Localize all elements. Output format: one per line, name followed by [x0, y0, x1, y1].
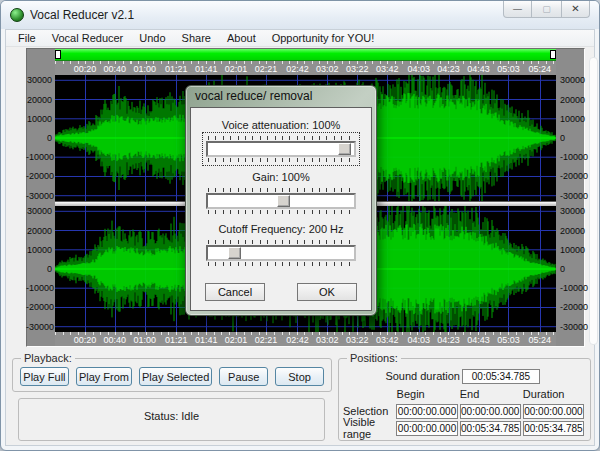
amplitude-tick-label: 10000: [560, 245, 586, 255]
time-tick-label: 02:01: [225, 64, 248, 74]
end-header: End: [460, 388, 523, 400]
positions-headers: BeginEndDuration: [343, 386, 586, 402]
amplitude-tick-label: 10000: [26, 245, 52, 255]
ok-button[interactable]: OK: [297, 283, 357, 301]
menu-item-vocal-reducer[interactable]: Vocal Reducer: [44, 30, 132, 47]
close-button[interactable]: ✕: [561, 1, 590, 18]
stop-button[interactable]: Stop: [275, 367, 324, 386]
cutoff-frequency-thumb[interactable]: [228, 247, 241, 259]
time-tick-label: 02:21: [255, 335, 278, 345]
time-tick-label: 05:24: [529, 335, 552, 345]
amplitude-tick-label: -10000: [560, 283, 586, 293]
amplitude-tick-label: -20000: [560, 171, 586, 181]
minimize-button[interactable]: —: [503, 1, 532, 18]
amplitude-tick-label: -20000: [26, 171, 52, 181]
amplitude-tick-label: 30000: [560, 75, 586, 85]
voice-attenuation-label: Voice attenuation: 100%: [195, 119, 367, 131]
visible-range-label: Visible range: [343, 416, 396, 440]
time-tick-label: 02:21: [255, 64, 278, 74]
window-controls: — ▢ ✕: [503, 1, 590, 18]
amplitude-tick-label: 0: [560, 133, 586, 143]
amplitude-tick-label: -30000: [26, 191, 52, 201]
time-tick-label: 01:21: [165, 64, 188, 74]
time-field: 00:05:34.785: [460, 421, 521, 436]
time-tick-label: 02:42: [286, 335, 309, 345]
time-tick-label: 04:43: [467, 335, 490, 345]
time-tick-label: 00:40: [104, 64, 127, 74]
app-window: Vocal Reducer v2.1 — ▢ ✕ FileVocal Reduc…: [0, 0, 600, 451]
time-tick-label: 03:02: [316, 64, 339, 74]
time-tick-label: 03:22: [346, 335, 369, 345]
cutoff-frequency-track[interactable]: [206, 245, 356, 261]
time-tick-label: 04:23: [437, 64, 460, 74]
vocal-reduce-dialog: vocal reduce/ removal Voice attenuation:…: [185, 85, 377, 316]
tick-marks: [208, 136, 354, 140]
amplitude-tick-label: 30000: [26, 75, 52, 85]
voice-attenuation-slider[interactable]: [203, 133, 359, 165]
time-tick-label: 01:21: [165, 335, 188, 345]
amplitude-tick-label: 10000: [560, 114, 586, 124]
time-tick-label: 01:00: [134, 335, 157, 345]
dialog-client: Voice attenuation: 100% Gain: 100% Cutof…: [190, 107, 372, 311]
play-from-button[interactable]: Play From: [76, 367, 132, 386]
dialog-buttons: Cancel OK: [191, 275, 371, 301]
amplitude-tick-label: 0: [560, 264, 586, 274]
amplitude-tick-label: 20000: [26, 226, 52, 236]
cutoff-frequency-label: Cutoff Frequency: 200 Hz: [195, 223, 367, 235]
gain-thumb[interactable]: [277, 195, 290, 207]
tick-marks: [208, 188, 354, 192]
sound-duration-label: Sound duration: [343, 370, 460, 382]
amplitude-axis-left: 3000020000100000-10000-20000-30000300002…: [27, 49, 55, 346]
time-field: 00:00:00.000: [460, 404, 521, 419]
tick-marks: [208, 262, 354, 266]
time-tick-label: 04:03: [407, 64, 430, 74]
amplitude-axis-right: 3000020000100000-10000-20000-30000300002…: [556, 49, 584, 346]
amplitude-tick-label: 0: [26, 264, 52, 274]
amplitude-tick-label: 20000: [560, 95, 586, 105]
cancel-button[interactable]: Cancel: [205, 283, 265, 301]
gain-label: Gain: 100%: [195, 171, 367, 183]
pause-button[interactable]: Pause: [219, 367, 268, 386]
voice-attenuation-track[interactable]: [206, 141, 356, 157]
visible-range-row: Visible range00:00:00.00000:05:34.78500:…: [343, 420, 586, 436]
seekbar[interactable]: [55, 49, 556, 61]
duration-header: Duration: [523, 388, 586, 400]
play-full-button[interactable]: Play Full: [20, 367, 69, 386]
time-tick-label: 00:40: [104, 335, 127, 345]
amplitude-tick-label: 20000: [560, 226, 586, 236]
seek-handle-left[interactable]: [55, 50, 61, 59]
amplitude-tick-label: -30000: [26, 322, 52, 332]
cutoff-frequency-slider[interactable]: [203, 237, 359, 269]
amplitude-tick-label: 10000: [26, 114, 52, 124]
amplitude-tick-label: 0: [26, 133, 52, 143]
gain-slider[interactable]: [203, 185, 359, 217]
amplitude-tick-label: -10000: [560, 152, 586, 162]
time-field: 00:00:00.000: [396, 404, 457, 419]
dialog-titlebar[interactable]: vocal reduce/ removal: [190, 86, 372, 107]
time-tick-label: 04:03: [407, 335, 430, 345]
menu-item-file[interactable]: File: [10, 30, 44, 47]
playback-group-label: Playback:: [21, 352, 75, 364]
status-text: Status: Idle: [19, 399, 324, 422]
tick-marks: [208, 158, 354, 162]
gain-track[interactable]: [206, 193, 356, 209]
time-tick-label: 02:42: [286, 64, 309, 74]
play-selected-button[interactable]: Play Selected: [139, 367, 212, 386]
time-tick-label: 04:43: [467, 64, 490, 74]
menu-item-opportunity-for-you[interactable]: Opportunity for YOU!: [264, 30, 383, 47]
status-box: Status: Idle: [18, 398, 325, 441]
amplitude-tick-label: 30000: [560, 206, 586, 216]
positions-group-label: Positions:: [347, 352, 401, 364]
time-field: 00:05:34.785: [523, 421, 584, 436]
menu-item-share[interactable]: Share: [174, 30, 219, 47]
amplitude-tick-label: 20000: [26, 95, 52, 105]
voice-attenuation-thumb[interactable]: [338, 143, 351, 155]
maximize-button[interactable]: ▢: [532, 1, 561, 18]
sound-duration-field: 00:05:34.785: [462, 369, 540, 384]
amplitude-tick-label: -30000: [560, 191, 586, 201]
menu-item-about[interactable]: About: [219, 30, 264, 47]
window-title: Vocal Reducer v2.1: [30, 8, 134, 22]
menu-item-undo[interactable]: Undo: [131, 30, 173, 47]
time-tick-label: 01:41: [195, 64, 218, 74]
positions-rows: Selection00:00:00.00000:00:00.00000:00:0…: [343, 403, 586, 436]
